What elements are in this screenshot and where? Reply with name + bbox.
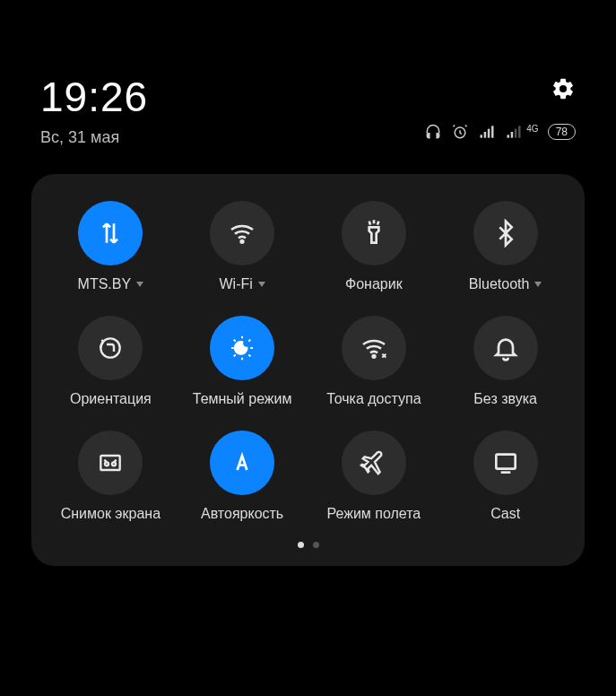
quick-settings-panel: MTS.BY Wi-Fi Фонарик	[31, 174, 585, 566]
toggle-label: Темный режим	[193, 391, 292, 407]
network-type-label: 4G	[526, 124, 538, 134]
headphones-icon	[424, 123, 442, 141]
wifi-button[interactable]	[210, 201, 274, 265]
toggle-label: Без звука	[473, 391, 537, 407]
header: 19:26 Вс, 31 мая 4G 78	[0, 0, 616, 165]
toggle-label: MTS.BY	[78, 276, 144, 292]
airplane-button[interactable]	[342, 431, 406, 495]
screenshot-icon	[96, 448, 125, 477]
svg-point-14	[112, 462, 116, 465]
toggle-label: Точка доступа	[326, 391, 421, 407]
svg-point-9	[241, 240, 244, 243]
expand-icon	[534, 282, 542, 287]
bluetooth-icon	[491, 219, 520, 248]
toggle-label: Ориентация	[70, 391, 152, 407]
cast-icon	[491, 448, 520, 477]
toggle-label: Фонарик	[345, 276, 403, 292]
svg-rect-12	[101, 456, 120, 470]
toggle-auto-brightness[interactable]: Автояркость	[186, 431, 299, 522]
toggle-cast[interactable]: Cast	[448, 431, 562, 522]
mobile-data-icon	[96, 219, 125, 248]
orientation-button[interactable]	[78, 316, 143, 380]
dark-mode-icon	[228, 334, 256, 362]
clock-date: Вс, 31 мая	[40, 128, 148, 147]
svg-rect-7	[515, 129, 517, 138]
toggle-label: Снимок экрана	[61, 506, 161, 522]
signal-2-icon	[505, 123, 523, 141]
toggle-label: Bluetooth	[469, 276, 542, 292]
svg-point-11	[373, 355, 376, 358]
dark-mode-button[interactable]	[210, 316, 274, 380]
svg-rect-1	[481, 135, 483, 137]
toggle-hotspot[interactable]: Точка доступа	[317, 316, 431, 407]
auto-brightness-button[interactable]	[210, 431, 274, 495]
svg-point-13	[105, 462, 108, 465]
toggle-orientation[interactable]: Ориентация	[54, 316, 168, 407]
toggle-flashlight[interactable]: Фонарик	[317, 201, 431, 292]
header-left: 19:26 Вс, 31 мая	[40, 76, 148, 147]
svg-rect-4	[491, 126, 494, 137]
status-icons: 4G 78	[424, 123, 576, 141]
expand-icon	[258, 282, 265, 287]
page-dot	[313, 542, 319, 548]
toggle-label: Cast	[490, 506, 520, 522]
screenshot-button[interactable]	[78, 431, 143, 495]
svg-rect-6	[511, 132, 514, 138]
orientation-icon	[96, 334, 125, 362]
silent-button[interactable]	[473, 316, 538, 380]
hotspot-icon	[360, 334, 388, 362]
toggle-bluetooth[interactable]: Bluetooth	[448, 201, 562, 292]
expand-icon	[136, 282, 143, 287]
svg-rect-8	[518, 126, 521, 137]
toggle-mobile-data[interactable]: MTS.BY	[54, 201, 168, 292]
svg-rect-3	[488, 129, 490, 138]
settings-button[interactable]	[551, 76, 576, 105]
cast-button[interactable]	[473, 431, 538, 495]
header-right: 4G 78	[424, 76, 576, 141]
airplane-icon	[360, 448, 388, 477]
toggle-label: Режим полета	[327, 506, 421, 522]
toggle-wifi[interactable]: Wi-Fi	[186, 201, 299, 292]
wifi-icon	[228, 219, 256, 248]
page-dot	[298, 542, 304, 548]
svg-rect-5	[508, 135, 510, 137]
svg-rect-15	[496, 455, 515, 469]
toggle-label: Автояркость	[201, 506, 283, 522]
flashlight-button[interactable]	[342, 201, 406, 265]
page-indicator[interactable]	[54, 542, 562, 548]
battery-indicator: 78	[548, 124, 576, 140]
hotspot-button[interactable]	[342, 316, 406, 380]
clock-time: 19:26	[40, 76, 148, 117]
toggle-label: Wi-Fi	[219, 276, 265, 292]
toggle-silent[interactable]: Без звука	[448, 316, 562, 407]
toggle-screenshot[interactable]: Снимок экрана	[54, 431, 168, 522]
toggle-dark-mode[interactable]: Темный режим	[186, 316, 299, 407]
signal-1-icon	[478, 123, 496, 141]
toggle-airplane[interactable]: Режим полета	[317, 431, 431, 522]
toggle-grid: MTS.BY Wi-Fi Фонарик	[54, 201, 562, 522]
auto-brightness-icon	[228, 448, 256, 477]
mobile-data-button[interactable]	[78, 201, 143, 265]
svg-rect-2	[484, 132, 487, 138]
bluetooth-button[interactable]	[473, 201, 538, 265]
bell-icon	[491, 334, 520, 362]
gear-icon	[551, 76, 576, 101]
alarm-icon	[451, 123, 469, 141]
flashlight-icon	[360, 219, 388, 248]
